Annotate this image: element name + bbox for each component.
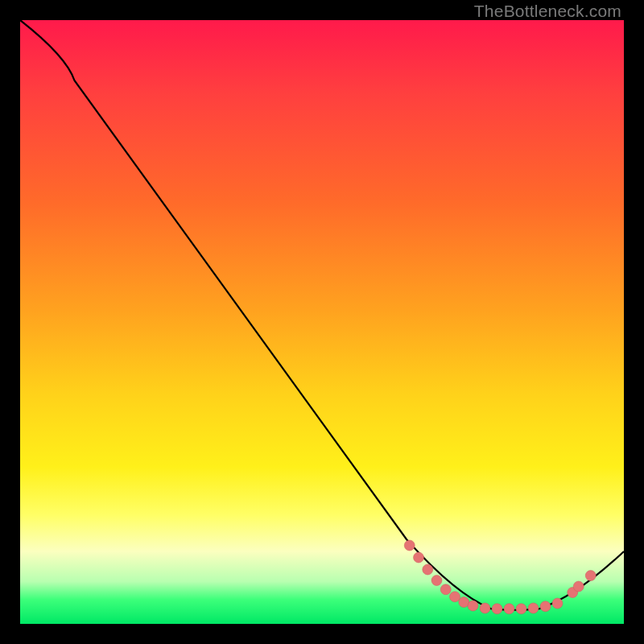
curve-marker — [528, 603, 539, 613]
curve-svg — [20, 20, 624, 624]
curve-marker — [585, 571, 596, 581]
curve-marker — [504, 604, 514, 614]
curve-marker — [468, 601, 478, 611]
curve-marker — [414, 552, 424, 563]
plot-area — [20, 20, 624, 624]
curve-marker — [450, 592, 460, 602]
curve-marker — [552, 598, 563, 609]
curve-marker — [573, 581, 584, 592]
curve-marker — [516, 604, 526, 614]
curve-marker — [440, 584, 451, 595]
curve-marker — [540, 601, 551, 612]
curve-marker — [480, 603, 490, 613]
curve-marker — [492, 604, 502, 614]
curve-marker — [423, 564, 433, 575]
curve-marker — [404, 540, 415, 551]
attribution-label: TheBottleneck.com — [474, 2, 621, 21]
chart-frame: TheBottleneck.com — [0, 0, 644, 644]
curve-marker — [431, 576, 442, 586]
bottleneck-curve — [20, 20, 624, 610]
curve-markers — [404, 540, 596, 614]
